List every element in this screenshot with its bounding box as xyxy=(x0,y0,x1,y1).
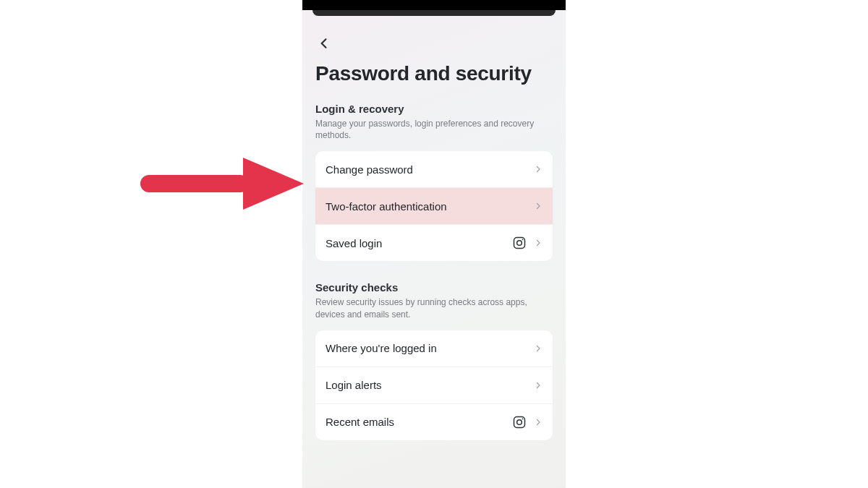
chevron-left-icon xyxy=(317,36,331,51)
svg-point-1 xyxy=(517,241,522,246)
row-trailing xyxy=(534,380,542,390)
row-where-logged-in[interactable]: Where you're logged in xyxy=(315,330,553,367)
row-label: Change password xyxy=(326,163,534,176)
row-label: Login alerts xyxy=(326,379,534,391)
row-trailing xyxy=(512,415,542,429)
instagram-icon xyxy=(512,236,527,250)
chevron-right-icon xyxy=(534,238,542,248)
row-two-factor-auth[interactable]: Two-factor authentication xyxy=(315,188,553,225)
svg-point-4 xyxy=(517,419,522,424)
row-trailing xyxy=(512,236,542,250)
screen-content: Password and security Login & recovery M… xyxy=(302,16,566,461)
row-login-alerts[interactable]: Login alerts xyxy=(315,367,553,404)
security-checks-card: Where you're logged in Login alerts Rece… xyxy=(315,330,553,440)
row-label: Two-factor authentication xyxy=(326,200,534,213)
section-heading-login: Login & recovery xyxy=(315,103,553,115)
device-frame: Password and security Login & recovery M… xyxy=(302,0,566,488)
chevron-right-icon xyxy=(534,417,542,427)
status-bar xyxy=(302,0,566,10)
chevron-right-icon xyxy=(534,164,542,174)
section-sub-login: Manage your passwords, login preferences… xyxy=(315,118,553,141)
login-recovery-card: Change password Two-factor authenticatio… xyxy=(315,151,553,261)
svg-point-2 xyxy=(522,239,524,241)
row-trailing xyxy=(534,201,542,211)
section-heading-security: Security checks xyxy=(315,281,553,294)
chevron-right-icon xyxy=(534,201,542,211)
svg-rect-3 xyxy=(514,416,525,427)
annotation-arrow xyxy=(136,158,304,210)
row-trailing xyxy=(534,164,542,174)
chevron-right-icon xyxy=(534,380,542,390)
row-label: Where you're logged in xyxy=(326,342,534,354)
svg-rect-6 xyxy=(140,175,249,192)
svg-point-5 xyxy=(522,418,524,419)
instagram-icon xyxy=(512,415,527,429)
row-label: Recent emails xyxy=(326,416,512,428)
svg-rect-0 xyxy=(514,238,525,249)
svg-marker-7 xyxy=(243,158,304,210)
row-label: Saved login xyxy=(326,237,512,249)
chevron-right-icon xyxy=(534,343,542,354)
row-trailing xyxy=(534,343,542,354)
row-recent-emails[interactable]: Recent emails xyxy=(315,404,553,440)
row-change-password[interactable]: Change password xyxy=(315,151,553,188)
back-button[interactable] xyxy=(315,35,333,52)
row-saved-login[interactable]: Saved login xyxy=(315,225,553,261)
status-bar-pill xyxy=(312,10,556,16)
page-title: Password and security xyxy=(315,62,553,85)
section-sub-security: Review security issues by running checks… xyxy=(315,296,553,320)
